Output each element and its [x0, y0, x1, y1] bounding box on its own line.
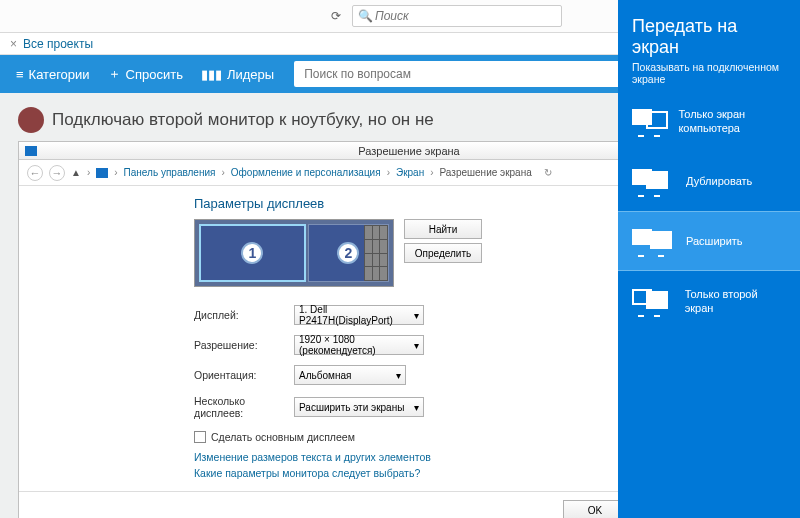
- find-button[interactable]: Найти: [404, 219, 482, 239]
- list-icon: ≡: [16, 67, 24, 82]
- site-search-wrap: 🔍: [294, 61, 644, 87]
- bar-chart-icon: ▮▮▮: [201, 67, 222, 82]
- monitor-number: 2: [337, 242, 359, 264]
- user-avatar[interactable]: [18, 107, 44, 133]
- cp-icon: [96, 168, 108, 178]
- resolution-select[interactable]: 1920 × 1080 (рекомендуется)▾: [294, 335, 424, 355]
- project-header: Передать на экран Показывать на подключе…: [618, 0, 800, 91]
- display-label: Дисплей:: [194, 309, 294, 321]
- orientation-select[interactable]: Альбомная▾: [294, 365, 406, 385]
- pc-only-icon: [632, 107, 666, 135]
- detect-button[interactable]: Определить: [404, 243, 482, 263]
- extend-icon: [632, 227, 674, 255]
- browser-search-input[interactable]: [352, 5, 562, 27]
- nav-ask[interactable]: ＋ Спросить: [108, 65, 183, 83]
- project-option-second-only[interactable]: Только второй экран: [618, 271, 800, 331]
- multiple-displays-select[interactable]: Расширить эти экраны▾: [294, 397, 424, 417]
- crumb-screen[interactable]: Экран: [396, 167, 424, 178]
- project-option-pc-only[interactable]: Только экран компьютера: [618, 91, 800, 151]
- orientation-label: Ориентация:: [194, 369, 294, 381]
- nav-label: Категории: [29, 67, 90, 82]
- which-monitor-link[interactable]: Какие параметры монитора следует выбрать…: [194, 467, 420, 479]
- checkbox-label: Сделать основным дисплеем: [211, 431, 355, 443]
- text-size-link[interactable]: Изменение размеров текста и других элеме…: [194, 451, 431, 463]
- checkbox-icon: [194, 431, 206, 443]
- monitors-preview[interactable]: 1 2: [194, 219, 394, 287]
- project-option-label: Расширить: [686, 234, 743, 248]
- make-primary-check[interactable]: Сделать основным дисплеем: [194, 431, 355, 443]
- chevron-down-icon: ▾: [414, 340, 419, 351]
- crumb-appearance[interactable]: Оформление и персонализация: [231, 167, 381, 178]
- close-icon[interactable]: ×: [10, 37, 17, 51]
- multiple-displays-label: Несколько дисплеев:: [194, 395, 294, 419]
- project-subtitle: Показывать на подключенном экране: [632, 61, 786, 85]
- chevron-down-icon: ▾: [414, 310, 419, 321]
- crumb-control-panel[interactable]: Панель управления: [124, 167, 216, 178]
- back-button[interactable]: ←: [27, 165, 43, 181]
- project-title: Передать на экран: [632, 16, 786, 58]
- monitor-number: 1: [241, 242, 263, 264]
- resolution-label: Разрешение:: [194, 339, 294, 351]
- monitor-1[interactable]: 1: [199, 224, 306, 282]
- nav-categories[interactable]: ≡ Категории: [16, 67, 90, 82]
- project-option-extend[interactable]: Расширить: [618, 211, 800, 271]
- nav-leaders[interactable]: ▮▮▮ Лидеры: [201, 67, 274, 82]
- duplicate-icon: [632, 167, 674, 195]
- chevron-down-icon: ▾: [414, 402, 419, 413]
- display-select[interactable]: 1. Dell P2417H(DisplayPort)▾: [294, 305, 424, 325]
- bookmark-item[interactable]: Все проекты: [23, 37, 93, 51]
- question-title-text: Подключаю второй монитор к ноутбуку, но …: [52, 110, 434, 130]
- plus-icon: ＋: [108, 65, 121, 83]
- search-icon: 🔍: [358, 9, 373, 23]
- second-only-icon: [632, 287, 673, 315]
- project-option-label: Только экран компьютера: [678, 107, 786, 136]
- monitor-2[interactable]: 2: [308, 224, 389, 282]
- up-icon[interactable]: ▲: [71, 167, 81, 178]
- site-search-input[interactable]: [294, 61, 644, 87]
- nav-label: Лидеры: [227, 67, 274, 82]
- project-option-label: Дублировать: [686, 174, 752, 188]
- chevron-down-icon: ▾: [396, 370, 401, 381]
- project-panel: Передать на экран Показывать на подключе…: [618, 0, 800, 518]
- refresh-button[interactable]: ⟳: [326, 6, 346, 26]
- window-icon: [25, 146, 37, 156]
- crumb-resolution: Разрешение экрана: [440, 167, 532, 178]
- browser-search-wrap: 🔍: [352, 5, 562, 27]
- nav-label: Спросить: [126, 67, 183, 82]
- project-option-label: Только второй экран: [685, 287, 786, 316]
- refresh-icon[interactable]: ↻: [544, 167, 552, 178]
- project-option-duplicate[interactable]: Дублировать: [618, 151, 800, 211]
- disconnected-overlay: [364, 225, 388, 281]
- forward-button[interactable]: →: [49, 165, 65, 181]
- monitor-buttons: Найти Определить: [404, 219, 482, 263]
